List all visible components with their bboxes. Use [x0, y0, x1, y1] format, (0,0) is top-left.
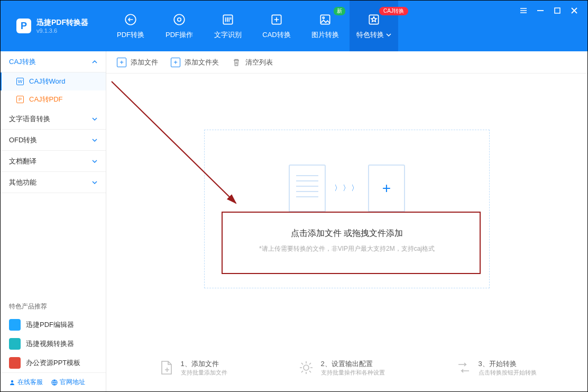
folder-plus-icon: + — [171, 58, 180, 67]
promo-label: 办公资源PPT模板 — [26, 358, 80, 368]
arrows-icon: 〉〉〉 — [334, 184, 360, 193]
close-button[interactable] — [571, 7, 578, 14]
nav-special[interactable]: 特色转换 CAJ转换 — [350, 1, 398, 51]
chevron-down-icon — [92, 159, 97, 164]
menu-icon[interactable] — [520, 7, 527, 14]
add-folder-button[interactable]: + 添加文件夹 — [171, 58, 219, 67]
promo-heading: 特色产品推荐 — [1, 298, 106, 315]
step-1: 1、添加文件 支持批量添加文件 — [158, 359, 227, 377]
step-3: 3、开始转换 点击转换按钮开始转换 — [455, 359, 537, 377]
document-icon — [289, 165, 326, 212]
sidebar-item-label: CAJ转PDF — [29, 95, 63, 104]
sidebar-group-label: CAJ转换 — [9, 57, 36, 67]
pdf-icon: P — [16, 96, 24, 103]
ie-icon — [51, 379, 58, 386]
dropzone-illustration: 〉〉〉 + — [289, 165, 405, 212]
nav-cad[interactable]: CAD转换 — [252, 1, 301, 51]
step-title: 1、添加文件 — [181, 360, 219, 368]
top-nav: PDF转换 PDF操作 文字识别 CAD转换 图片转换 新 特色转换 CAJ转换 — [106, 1, 398, 51]
step3-icon — [455, 359, 472, 376]
app-logo-icon: P — [16, 19, 31, 33]
svg-rect-5 — [320, 15, 329, 24]
nav-label: 图片转换 — [311, 30, 339, 40]
app-header: P 迅捷PDF转换器 v9.1.3.6 PDF转换 PDF操作 文字识别 CAD… — [1, 1, 587, 51]
ppt-icon — [9, 357, 21, 369]
svg-rect-8 — [555, 8, 560, 13]
sidebar-group-label: OFD转换 — [9, 135, 37, 145]
chevron-up-icon — [92, 59, 97, 65]
maximize-button[interactable] — [554, 7, 561, 14]
promo-label: 迅捷视频转换器 — [26, 339, 74, 349]
plus-icon: + — [117, 58, 126, 67]
step-2: 2、设置输出配置 支持批量操作和各种设置 — [298, 359, 385, 377]
support-link[interactable]: 在线客服 — [9, 378, 43, 387]
video-icon — [9, 338, 21, 350]
step-sub: 点击转换按钮开始转换 — [479, 369, 537, 377]
sidebar-group-label: 文档翻译 — [9, 157, 36, 166]
trash-icon — [232, 58, 241, 67]
sidebar-item-caj-pdf[interactable]: P CAJ转PDF — [1, 90, 106, 108]
sidebar-group-other[interactable]: 其他功能 — [1, 172, 106, 193]
step-sub: 支持批量操作和各种设置 — [321, 369, 385, 377]
file-toolbar: + 添加文件 + 添加文件夹 清空列表 — [106, 51, 587, 74]
word-icon: W — [16, 78, 24, 85]
svg-point-9 — [11, 380, 13, 382]
editor-icon — [9, 319, 21, 331]
app-logo-area: P 迅捷PDF转换器 v9.1.3.6 — [1, 18, 106, 34]
add-file-button[interactable]: + 添加文件 — [117, 58, 158, 67]
ocr-icon — [221, 12, 235, 27]
main-panel: + 添加文件 + 添加文件夹 清空列表 〉〉〉 + 点击添加文件 或拖拽文件添加 — [106, 51, 587, 391]
add-document-icon: + — [368, 165, 405, 212]
nav-label: 特色转换 — [356, 30, 384, 40]
step1-icon — [158, 359, 174, 376]
app-version: v9.1.3.6 — [36, 28, 88, 34]
svg-point-1 — [174, 14, 185, 25]
minimize-button[interactable] — [537, 7, 544, 14]
drop-hint: *请上传需要转换的文件，非VIP用户最大支持2M，支持caj格式 — [259, 244, 435, 253]
sidebar-group-voice[interactable]: 文字语音转换 — [1, 108, 106, 130]
convert-icon — [123, 12, 138, 27]
drop-area[interactable]: 〉〉〉 + 点击添加文件 或拖拽文件添加 *请上传需要转换的文件，非VIP用户最… — [106, 74, 587, 344]
step-sub: 支持批量添加文件 — [181, 369, 227, 377]
nav-label: 文字识别 — [214, 30, 242, 40]
drop-title: 点击添加文件 或拖拽文件添加 — [291, 228, 403, 239]
svg-point-2 — [178, 18, 181, 22]
steps-row: 1、添加文件 支持批量添加文件 2、设置输出配置 支持批量操作和各种设置 3、开… — [106, 344, 587, 391]
nav-ocr[interactable]: 文字识别 — [204, 1, 252, 51]
nav-pdf-operate[interactable]: PDF操作 — [155, 1, 204, 51]
promo-ppt[interactable]: 办公资源PPT模板 — [1, 353, 106, 372]
sidebar-group-ofd[interactable]: OFD转换 — [1, 130, 106, 151]
step2-icon — [298, 359, 315, 376]
image-icon — [318, 12, 333, 27]
chevron-down-icon — [92, 116, 97, 122]
promo-pdf-editor[interactable]: 迅捷PDF编辑器 — [1, 315, 106, 334]
svg-point-6 — [323, 17, 324, 19]
step-title: 2、设置输出配置 — [321, 360, 373, 368]
nav-label: PDF操作 — [166, 30, 193, 40]
chevron-down-icon — [92, 180, 97, 185]
sidebar-group-translate[interactable]: 文档翻译 — [1, 151, 106, 172]
cad-icon — [269, 12, 284, 27]
sidebar-group-label: 其他功能 — [9, 178, 36, 187]
website-link[interactable]: 官网地址 — [51, 378, 85, 387]
chevron-down-icon — [92, 138, 97, 143]
dashed-dropzone: 〉〉〉 + 点击添加文件 或拖拽文件添加 *请上传需要转换的文件，非VIP用户最… — [204, 130, 490, 288]
promo-video[interactable]: 迅捷视频转换器 — [1, 334, 106, 353]
clear-list-button[interactable]: 清空列表 — [232, 58, 273, 67]
window-controls — [520, 7, 578, 14]
promo-label: 迅捷PDF编辑器 — [26, 320, 74, 330]
nav-image[interactable]: 图片转换 新 — [301, 1, 350, 51]
caj-badge: CAJ转换 — [379, 7, 408, 15]
nav-pdf-convert[interactable]: PDF转换 — [106, 1, 155, 51]
sidebar-group-label: 文字语音转换 — [9, 114, 50, 124]
sidebar-group-caj[interactable]: CAJ转换 — [1, 51, 106, 72]
special-icon — [366, 12, 381, 27]
sidebar-item-caj-word[interactable]: W CAJ转Word — [1, 72, 106, 90]
new-badge: 新 — [334, 7, 345, 15]
operate-icon — [172, 12, 187, 27]
app-title: 迅捷PDF转换器 — [36, 18, 88, 28]
person-icon — [9, 379, 15, 386]
nav-label: PDF转换 — [117, 30, 144, 40]
nav-label: CAD转换 — [262, 30, 290, 40]
sidebar: CAJ转换 W CAJ转Word P CAJ转PDF 文字语音转换 OFD转换 … — [1, 51, 106, 391]
